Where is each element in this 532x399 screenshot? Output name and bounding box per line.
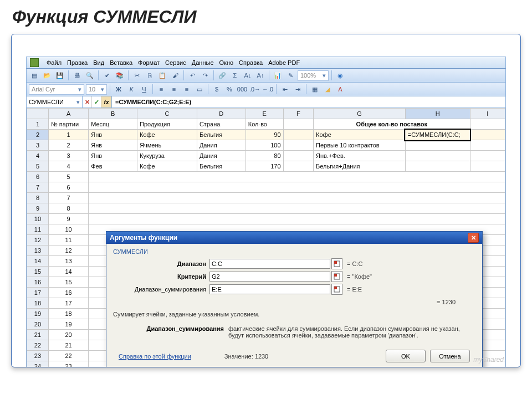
name-box[interactable]: СУММЕСЛИ▾ [27, 96, 83, 108]
table-row[interactable]: 109 [27, 214, 505, 224]
active-cell: =СУММЕСЛИ(C:C; [405, 130, 470, 140]
formula-bar: СУММЕСЛИ▾ ✕ ✓ fx =СУММЕСЛИ(C:C;G2;E:E) [26, 96, 506, 108]
table-row[interactable]: 54ФевКофеБельгия170Бельгия+Дания [27, 161, 505, 172]
borders-icon[interactable]: ▦ [309, 84, 320, 95]
formula-input[interactable]: =СУММЕСЛИ(C:C;G2;E:E) [112, 99, 505, 105]
percent-icon[interactable]: % [224, 84, 235, 95]
increase-indent-icon[interactable]: ⇥ [292, 84, 303, 95]
watermark: myShared [473, 356, 504, 364]
currency-icon[interactable]: $ [211, 84, 222, 95]
decrease-indent-icon[interactable]: ⇤ [279, 84, 290, 95]
menu-help[interactable]: Справка [239, 59, 263, 66]
app-window: Файл Правка Вид Вставка Формат Сервис Да… [11, 34, 521, 367]
copy-icon[interactable]: ⎘ [144, 70, 155, 81]
table-row[interactable]: 43ЯнвКукурузаДания80Янв.+Фев. [27, 151, 505, 161]
arg-sumrange-result: = E:E [347, 286, 362, 293]
undo-icon[interactable]: ↶ [187, 70, 198, 81]
drawing-icon[interactable]: ✎ [285, 70, 296, 81]
align-center-icon[interactable]: ≡ [168, 84, 180, 95]
table-row[interactable]: 32ЯнвЯчменьДания100Первые 10 контрактов [27, 140, 505, 151]
research-icon[interactable]: 📚 [114, 70, 125, 81]
merge-icon[interactable]: ▭ [194, 84, 205, 95]
menu-view[interactable]: Вид [93, 59, 104, 66]
menu-bar: Файл Правка Вид Вставка Формат Сервис Да… [26, 57, 506, 69]
confirm-edit-icon[interactable]: ✓ [92, 96, 101, 108]
preview-icon[interactable]: 🔍 [84, 70, 95, 81]
function-arguments-dialog: Аргументы функции ✕ СУММЕСЛИ Диапазон = … [106, 231, 483, 367]
arg-criteria-input[interactable] [209, 272, 330, 282]
arg-sumrange-label: Диапазон_суммирования [113, 286, 209, 293]
table-row[interactable]: 65 [27, 172, 505, 182]
cancel-button[interactable]: Отмена [430, 350, 470, 362]
underline-button[interactable]: Ч [139, 84, 150, 95]
align-right-icon[interactable]: ≡ [181, 84, 192, 95]
menu-file[interactable]: Файл [47, 59, 62, 66]
table-row[interactable]: 2 1ЯнвКофе Бельгия90 Кофе=СУММЕСЛИ(C:C; [27, 130, 505, 140]
standard-toolbar: ▤ 📂 💾 🖶 🔍 ✔ 📚 ✂ ⎘ 📋 🖌 ↶ ↷ 🔗 Σ A↓ A↑ 📊 ✎ … [26, 69, 506, 83]
range-selector-icon[interactable] [331, 258, 342, 269]
align-left-icon[interactable]: ≡ [156, 84, 167, 95]
dialog-title: Аргументы функции [110, 234, 177, 242]
sort-asc-icon[interactable]: A↓ [242, 70, 253, 81]
svg-rect-5 [334, 287, 337, 289]
dialog-titlebar[interactable]: Аргументы функции ✕ [106, 232, 482, 244]
spellcheck-icon[interactable]: ✔ [101, 70, 112, 81]
arg-range-label: Диапазон [113, 260, 209, 267]
arg-sumrange-input[interactable] [209, 284, 330, 294]
open-icon[interactable]: 📂 [42, 70, 53, 81]
fx-button[interactable]: fx [101, 96, 112, 108]
comma-icon[interactable]: 000 [237, 84, 248, 95]
value-label: Значение: 1230 [224, 353, 268, 360]
save-icon[interactable]: 💾 [54, 70, 65, 81]
sort-desc-icon[interactable]: A↑ [255, 70, 266, 81]
zoom-combo[interactable]: 100%▾ [298, 70, 329, 81]
font-color-icon[interactable]: A [335, 84, 346, 95]
formatting-toolbar: Arial Cyr▾ 10▾ Ж К Ч ≡ ≡ ≡ ▭ $ % 000 .0→… [26, 83, 506, 96]
help-link[interactable]: Справка по этой функции [119, 353, 191, 360]
chart-icon[interactable]: 📊 [272, 70, 283, 81]
table-row[interactable]: 76 [27, 182, 505, 193]
svg-rect-3 [334, 274, 337, 277]
excel-doc-icon [30, 58, 39, 67]
font-combo[interactable]: Arial Cyr▾ [29, 84, 84, 95]
paste-icon[interactable]: 📋 [157, 70, 168, 81]
decrease-decimal-icon[interactable]: ←.0 [262, 84, 273, 95]
menu-edit[interactable]: Правка [67, 59, 88, 66]
new-icon[interactable]: ▤ [29, 70, 40, 81]
italic-button[interactable]: К [126, 84, 137, 95]
font-size-combo[interactable]: 10▾ [86, 84, 107, 95]
menu-insert[interactable]: Вставка [110, 59, 132, 66]
redo-icon[interactable]: ↷ [200, 70, 211, 81]
table-row[interactable]: 1 № партииМесяцПродукция СтранаКол-во Об… [27, 119, 505, 130]
table-row[interactable]: 87 [27, 193, 505, 203]
range-selector-icon[interactable] [331, 284, 342, 295]
slide-title: Функция СУММЕСЛИ [0, 0, 532, 30]
help-icon[interactable]: ◉ [335, 70, 346, 81]
close-icon[interactable]: ✕ [468, 233, 479, 243]
ok-button[interactable]: OK [386, 350, 426, 362]
arg-range-result: = C:C [347, 260, 362, 267]
arg-help-label: Диапазон_суммирования [113, 325, 228, 339]
format-painter-icon[interactable]: 🖌 [170, 70, 181, 81]
menu-format[interactable]: Формат [138, 59, 160, 66]
cut-icon[interactable]: ✂ [131, 70, 142, 81]
table-row[interactable]: 98 [27, 203, 505, 214]
arg-range-input[interactable] [209, 259, 330, 269]
range-selector-icon[interactable] [331, 271, 342, 282]
bold-button[interactable]: Ж [113, 84, 124, 95]
svg-rect-1 [334, 261, 337, 264]
function-name-label: СУММЕСЛИ [113, 248, 475, 255]
menu-adobe-pdf[interactable]: Adobe PDF [268, 59, 300, 66]
menu-data[interactable]: Данные [192, 59, 214, 66]
fill-color-icon[interactable]: ◢ [322, 84, 333, 95]
arg-help-text: фактические ячейки для суммирования. Есл… [228, 325, 475, 339]
formula-result: = 1230 [113, 296, 475, 309]
hyperlink-icon[interactable]: 🔗 [217, 70, 228, 81]
increase-decimal-icon[interactable]: .0→ [249, 84, 260, 95]
cancel-edit-icon[interactable]: ✕ [83, 96, 92, 108]
autosum-icon[interactable]: Σ [229, 70, 241, 81]
menu-tools[interactable]: Сервис [165, 59, 186, 66]
print-icon[interactable]: 🖶 [71, 70, 83, 81]
arg-criteria-label: Критерий [113, 273, 209, 280]
menu-window[interactable]: Окно [219, 59, 234, 66]
